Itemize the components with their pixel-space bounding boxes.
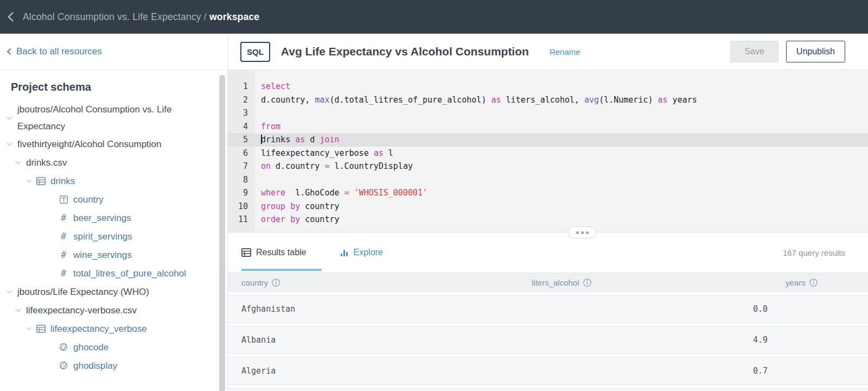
tree-item-total-litres-of-pure-alcohol[interactable]: #total_litres_of_pure_alcohol xyxy=(7,264,213,282)
line-code: select xyxy=(255,80,290,93)
resize-dot-icon xyxy=(576,231,579,234)
line-number: 5 xyxy=(228,133,255,147)
editor-lines: 1select2d.country, max(d.total_litres_of… xyxy=(228,80,868,226)
workspace-topbar: Alcohol Consumption vs. Life Expectancy … xyxy=(0,0,868,34)
tree-item-beer-servings[interactable]: #beer_servings xyxy=(7,209,213,227)
explore-icon xyxy=(340,248,349,257)
cell-liters-alcohol: 0.7 xyxy=(515,366,770,376)
editor-line-11[interactable]: 11order by country xyxy=(228,213,868,226)
table-row-algeria[interactable]: Algeria0.7 xyxy=(228,357,868,385)
query-title: Avg Life Expectancy vs Alcohol Consumpti… xyxy=(281,45,529,58)
editor-line-3[interactable]: 3 xyxy=(228,106,868,120)
tree-item-spirit-servings[interactable]: #spirit_servings xyxy=(7,227,213,245)
sidebar-scrollbar-thumb[interactable] xyxy=(219,75,225,391)
tree-item-drinks[interactable]: drinks xyxy=(7,172,213,190)
back-to-resources-label: Back to all resources xyxy=(16,46,102,57)
chevron-down-icon[interactable] xyxy=(15,308,22,312)
line-code xyxy=(255,173,261,187)
cell-liters-alcohol: 4.9 xyxy=(515,335,770,345)
info-icon[interactable] xyxy=(583,279,591,287)
panel-resize-handle[interactable] xyxy=(568,226,596,238)
editor-line-5[interactable]: 5drinks as d join xyxy=(228,133,868,147)
tab-label: Explore xyxy=(354,248,383,257)
column-header-label: years xyxy=(786,278,806,287)
header-actions: Save Unpublish xyxy=(730,41,845,62)
sidebar-body: Project schema jboutros/Alcohol Consumpt… xyxy=(0,70,227,375)
column-header-years[interactable]: years xyxy=(770,278,868,287)
editor-line-1[interactable]: 1select xyxy=(228,80,868,93)
column-header-country[interactable]: country xyxy=(228,278,515,287)
line-number: 6 xyxy=(228,147,255,160)
line-number: 7 xyxy=(228,160,255,173)
tree-item-jboutros-alcohol-consumption-vs-life-expectancy[interactable]: jboutros/Alcohol Consumption vs. Life Ex… xyxy=(7,101,213,135)
active-tab-underline xyxy=(241,269,322,271)
editor-line-6[interactable]: 6lifeexpectancy_verbose as l xyxy=(228,147,868,160)
line-code: drinks as d join xyxy=(255,133,340,147)
workspace-breadcrumb: Alcohol Consumption vs. Life Expectancy … xyxy=(23,11,259,23)
chevron-down-icon[interactable] xyxy=(26,179,33,183)
tree-item-lifeexpectancy-verbose-csv[interactable]: lifeexpectancy-verbose.csv xyxy=(7,301,213,319)
save-button[interactable]: Save xyxy=(730,41,778,62)
line-number: 9 xyxy=(228,186,255,200)
tree-item-label: jboutros/Alcohol Consumption vs. Life Ex… xyxy=(17,101,213,135)
rename-link[interactable]: Rename xyxy=(550,47,580,56)
tab-results-table[interactable]: Results table xyxy=(241,248,307,257)
results-table-icon xyxy=(241,248,251,257)
resize-dot-icon xyxy=(581,231,584,234)
line-number: 8 xyxy=(228,173,255,187)
schema-tree: jboutros/Alcohol Consumption vs. Life Ex… xyxy=(7,101,213,375)
tree-item-label: drinks.csv xyxy=(26,154,213,171)
chevron-down-icon[interactable] xyxy=(7,116,13,120)
tree-item-ghocode[interactable]: ghocode xyxy=(7,338,213,356)
editor-line-10[interactable]: 10group by country xyxy=(228,200,868,213)
tree-item-fivethirtyeight-alcohol-consumption[interactable]: fivethirtyeight/Alcohol Consumption xyxy=(7,135,213,153)
table-row-afghanistan[interactable]: Afghanistan0.0 xyxy=(228,295,868,323)
query-header: SQL Avg Life Expectancy vs Alcohol Consu… xyxy=(228,34,868,70)
chevron-down-icon[interactable] xyxy=(26,327,33,331)
tree-item-jboutros-life-expectancy-who[interactable]: jboutros/Life Expectancy (WHO) xyxy=(7,282,213,301)
number-column-icon: # xyxy=(59,213,68,223)
tree-item-label: fivethirtyeight/Alcohol Consumption xyxy=(17,136,213,153)
editor-line-8[interactable]: 8 xyxy=(228,173,868,187)
table-row-partial xyxy=(228,388,868,391)
globe-icon xyxy=(59,343,68,351)
tree-item-label: wine_servings xyxy=(73,247,213,263)
results-toolbar: Results tableExplore 167 query results xyxy=(228,232,868,273)
tree-item-lifeexpectancy-verbose[interactable]: lifeexpectancy_verbose xyxy=(7,319,213,338)
table-icon xyxy=(36,325,46,333)
tree-item-label: ghodisplay xyxy=(73,357,213,374)
line-code: order by country xyxy=(255,213,340,226)
table-row-albania[interactable]: Albania4.9 xyxy=(228,326,868,354)
tree-item-ghodisplay[interactable]: ghodisplay xyxy=(7,356,213,375)
sql-editor[interactable]: 1select2d.country, max(d.total_litres_of… xyxy=(228,70,868,232)
editor-line-4[interactable]: 4from xyxy=(228,120,868,134)
editor-line-2[interactable]: 2d.country, max(d.total_litres_of_pure_a… xyxy=(228,93,868,107)
back-chevron-icon[interactable] xyxy=(8,11,14,22)
cell-country: Algeria xyxy=(228,366,515,376)
column-header-liters-alcohol[interactable]: liters_alcohol xyxy=(515,278,770,287)
number-column-icon: # xyxy=(59,232,68,241)
chevron-down-icon[interactable] xyxy=(7,142,13,146)
tree-item-country[interactable]: country xyxy=(7,190,213,209)
tab-explore[interactable]: Explore xyxy=(340,248,383,257)
tree-item-label: lifeexpectancy-verbose.csv xyxy=(26,302,213,319)
editor-line-7[interactable]: 7on d.country = l.CountryDisplay xyxy=(228,160,868,173)
tree-item-wine-servings[interactable]: #wine_servings xyxy=(7,245,213,264)
tree-item-label: jboutros/Life Expectancy (WHO) xyxy=(17,283,213,300)
unpublish-button[interactable]: Unpublish xyxy=(786,41,845,62)
back-to-resources-link[interactable]: Back to all resources xyxy=(7,46,102,57)
editor-line-9[interactable]: 9where l.GhoCode = 'WHOSIS_000001' xyxy=(228,186,868,200)
line-number: 11 xyxy=(228,213,255,226)
chevron-down-icon[interactable] xyxy=(7,290,13,294)
info-icon[interactable] xyxy=(809,279,818,287)
tree-item-drinks-csv[interactable]: drinks.csv xyxy=(7,153,213,172)
chevron-left-icon xyxy=(7,48,11,55)
tree-item-label: drinks xyxy=(50,173,213,190)
chevron-down-icon[interactable] xyxy=(15,161,22,165)
tree-item-label: spirit_servings xyxy=(73,228,213,245)
resize-dot-icon xyxy=(586,231,589,234)
number-column-icon: # xyxy=(59,269,68,278)
info-icon[interactable] xyxy=(272,279,280,287)
results-tabs: Results tableExplore xyxy=(241,248,383,257)
query-workspace-main: SQL Avg Life Expectancy vs Alcohol Consu… xyxy=(228,34,868,391)
